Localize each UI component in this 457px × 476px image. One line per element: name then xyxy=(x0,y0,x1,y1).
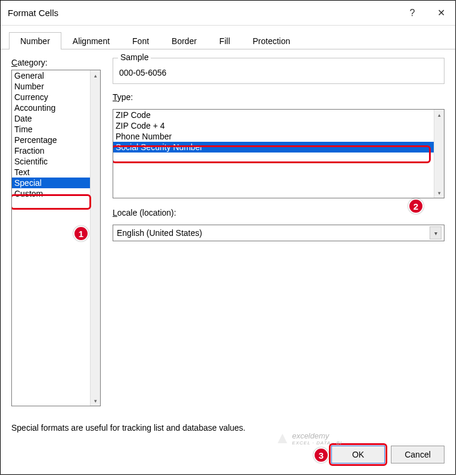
tab-alignment[interactable]: Alignment xyxy=(61,32,121,49)
category-item[interactable]: Percentage xyxy=(12,135,90,145)
type-item[interactable]: ZIP Code xyxy=(113,110,434,120)
category-item[interactable]: Scientific xyxy=(12,156,90,167)
help-button[interactable]: ? xyxy=(398,1,427,26)
category-item[interactable]: Text xyxy=(12,167,90,178)
type-item[interactable]: ZIP Code + 4 xyxy=(113,120,434,131)
tab-number[interactable]: Number xyxy=(9,32,61,49)
category-item[interactable]: Date xyxy=(12,113,90,124)
scroll-up-icon[interactable]: ▴ xyxy=(434,110,444,120)
ok-button[interactable]: OK xyxy=(331,446,385,463)
titlebar: Format Cells ? ✕ xyxy=(1,1,455,26)
category-item[interactable]: General xyxy=(12,70,90,81)
locale-label: Locale (location): xyxy=(113,208,444,217)
category-item-special[interactable]: Special xyxy=(12,178,90,188)
scroll-down-icon[interactable]: ▾ xyxy=(434,188,444,198)
format-description: Special formats are useful for tracking … xyxy=(11,423,444,433)
callout-badge-1: 1 xyxy=(73,226,89,241)
close-button[interactable]: ✕ xyxy=(427,1,455,26)
tab-fill[interactable]: Fill xyxy=(208,32,241,49)
scroll-down-icon[interactable]: ▾ xyxy=(91,396,100,406)
locale-select[interactable]: English (United States) ▾ xyxy=(113,225,444,241)
format-cells-dialog: Format Cells ? ✕ Number Alignment Font B… xyxy=(0,0,456,475)
scrollbar[interactable]: ▴ ▾ xyxy=(434,110,444,198)
dialog-body: Category: General Number Currency Accoun… xyxy=(1,49,455,437)
type-label: Type: xyxy=(113,92,444,102)
sample-value: 000-05-6056 xyxy=(119,68,438,77)
category-label: Category: xyxy=(11,58,101,67)
type-item[interactable]: Phone Number xyxy=(113,131,434,142)
sample-legend: Sample xyxy=(118,52,151,62)
tab-row: Number Alignment Font Border Fill Protec… xyxy=(1,26,455,49)
button-row: OK Cancel xyxy=(1,437,455,474)
category-item[interactable]: Time xyxy=(12,124,90,135)
tab-border[interactable]: Border xyxy=(160,32,208,49)
chevron-down-icon[interactable]: ▾ xyxy=(430,226,442,239)
sample-group: Sample 000-05-6056 xyxy=(113,58,444,84)
category-item[interactable]: Custom xyxy=(12,188,90,199)
callout-badge-2: 2 xyxy=(408,198,424,214)
type-item-ssn[interactable]: Social Security Number xyxy=(113,142,434,153)
cancel-button[interactable]: Cancel xyxy=(391,446,444,463)
tab-font[interactable]: Font xyxy=(121,32,160,49)
locale-value: English (United States) xyxy=(117,228,202,238)
type-list[interactable]: ZIP Code ZIP Code + 4 Phone Number Socia… xyxy=(113,109,444,198)
dialog-title: Format Cells xyxy=(8,8,398,18)
scroll-up-icon[interactable]: ▴ xyxy=(91,70,100,80)
category-item[interactable]: Fraction xyxy=(12,145,90,156)
tab-protection[interactable]: Protection xyxy=(241,32,301,49)
category-item[interactable]: Currency xyxy=(12,92,90,102)
scrollbar[interactable]: ▴ ▾ xyxy=(90,70,100,406)
callout-badge-3: 3 xyxy=(313,447,329,463)
category-item[interactable]: Accounting xyxy=(12,102,90,113)
category-item[interactable]: Number xyxy=(12,81,90,92)
